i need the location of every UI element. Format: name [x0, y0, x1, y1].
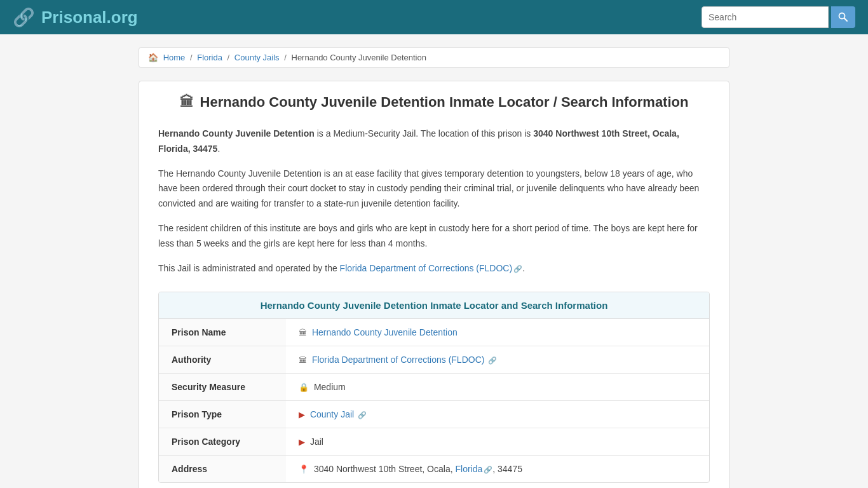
address-icon: 📍 — [299, 464, 309, 474]
svg-line-1 — [844, 18, 848, 22]
value-prison-category: ▶ Jail — [286, 428, 709, 456]
florida-ext-icon: 🔗 — [484, 466, 492, 473]
authority-icon: 🏛 — [299, 355, 307, 365]
value-authority: 🏛 Florida Department of Corrections (FLD… — [286, 346, 709, 374]
label-prison-type: Prison Type — [159, 401, 286, 428]
category-icon: ▶ — [299, 437, 305, 447]
authority-ext-icon: 🔗 — [488, 356, 497, 364]
logo-area: 🔗 Prisonal.org — [13, 7, 138, 28]
prison-name-icon: 🏛 — [299, 328, 307, 337]
site-logo: Prisonal.org — [41, 8, 138, 27]
para4-after: . — [522, 263, 525, 273]
table-row: Security Measure 🔒 Medium — [159, 374, 709, 401]
breadcrumb-current: Hernando County Juvenile Detention — [292, 53, 426, 62]
logo-icon: 🔗 — [13, 7, 35, 28]
info-section: Hernando County Juvenile Detention Inmat… — [158, 292, 710, 483]
authority-link[interactable]: Florida Department of Corrections (FLDOC… — [312, 355, 485, 365]
prison-title-icon: 🏛 — [180, 94, 194, 111]
description-para3: The resident children of this institute … — [158, 221, 710, 252]
description-para4: This Jail is administrated and operated … — [158, 261, 710, 276]
label-prison-name: Prison Name — [159, 319, 286, 346]
value-prison-type: ▶ County Jail 🔗 — [286, 401, 709, 428]
description-para1: Hernando County Juvenile Detention is a … — [158, 126, 710, 157]
info-table: Prison Name 🏛 Hernando County Juvenile D… — [159, 319, 709, 482]
facility-name-bold: Hernando County Juvenile Detention — [158, 128, 315, 139]
search-icon — [838, 12, 848, 22]
security-value: Medium — [314, 382, 346, 392]
type-ext-icon: 🔗 — [358, 411, 367, 419]
para1-end: . — [217, 144, 220, 154]
label-address: Address — [159, 456, 286, 483]
table-row: Address 📍 3040 Northwest 10th Street, Oc… — [159, 456, 709, 483]
logo-main: Prisonal — [41, 8, 107, 27]
description-para2: The Hernando County Juvenile Detention i… — [158, 166, 710, 212]
security-icon: 🔒 — [299, 383, 309, 392]
site-header: 🔗 Prisonal.org — [0, 0, 868, 34]
page-title: 🏛 Hernando County Juvenile Detention Inm… — [158, 94, 710, 111]
florida-link[interactable]: Florida — [455, 464, 482, 474]
main-wrapper: 🏠 Home / Florida / County Jails / Hernan… — [129, 34, 739, 488]
label-prison-category: Prison Category — [159, 428, 286, 456]
type-icon: ▶ — [299, 410, 305, 419]
search-button[interactable] — [831, 6, 855, 28]
label-security: Security Measure — [159, 374, 286, 401]
value-address: 📍 3040 Northwest 10th Street, Ocala, Flo… — [286, 456, 709, 483]
breadcrumb-home[interactable]: Home — [163, 53, 186, 62]
description-section: Hernando County Juvenile Detention is a … — [158, 126, 710, 276]
page-title-text: Hernando County Juvenile Detention Inmat… — [200, 94, 689, 111]
table-row: Prison Name 🏛 Hernando County Juvenile D… — [159, 319, 709, 346]
home-icon: 🏠 — [148, 53, 158, 62]
para1-rest: is a Medium-Security Jail. The location … — [315, 128, 533, 139]
table-row: Prison Type ▶ County Jail 🔗 — [159, 401, 709, 428]
ext-link-icon: 🔗 — [513, 265, 522, 273]
prison-name-link[interactable]: Hernando County Juvenile Detention — [312, 327, 458, 337]
breadcrumb: 🏠 Home / Florida / County Jails / Hernan… — [139, 47, 729, 68]
value-security: 🔒 Medium — [286, 374, 709, 401]
value-prison-name: 🏛 Hernando County Juvenile Detention — [286, 319, 709, 346]
para4-before: This Jail is administrated and operated … — [158, 263, 340, 273]
info-section-title: Hernando County Juvenile Detention Inmat… — [261, 300, 608, 311]
search-area — [702, 6, 855, 28]
label-authority: Authority — [159, 346, 286, 374]
table-row: Prison Category ▶ Jail — [159, 428, 709, 456]
info-section-header: Hernando County Juvenile Detention Inmat… — [159, 292, 709, 319]
table-row: Authority 🏛 Florida Department of Correc… — [159, 346, 709, 374]
prison-type-link[interactable]: County Jail — [310, 409, 354, 419]
logo-ext: .org — [107, 8, 138, 27]
fldoc-link-para[interactable]: Florida Department of Corrections (FLDOC… — [340, 263, 513, 273]
content-area: 🏛 Hernando County Juvenile Detention Inm… — [139, 81, 729, 488]
search-input[interactable] — [702, 6, 829, 28]
breadcrumb-county-jails[interactable]: County Jails — [234, 53, 280, 62]
category-value: Jail — [310, 437, 323, 447]
breadcrumb-florida[interactable]: Florida — [197, 53, 222, 62]
address-text: 3040 Northwest 10th Street, Ocala, — [314, 464, 456, 474]
zip-code: , 34475 — [492, 464, 522, 474]
